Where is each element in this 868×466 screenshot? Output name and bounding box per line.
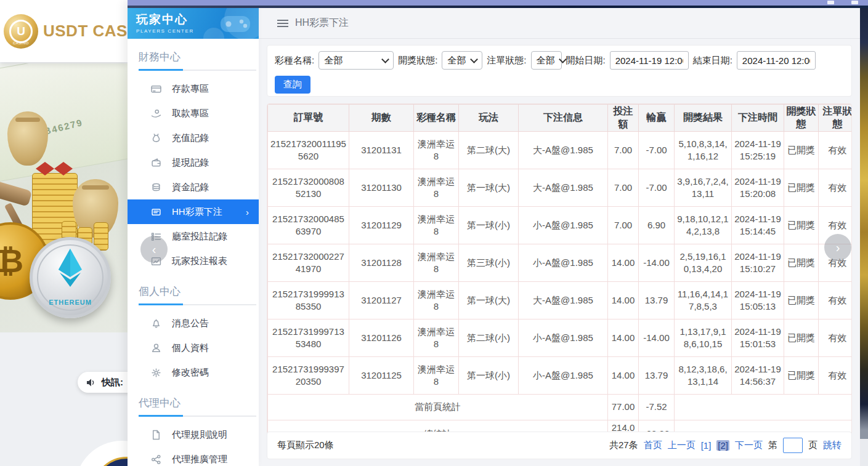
sidebar: 玩家中心 PLAYERS CENTER 財務中心 存款專區 取款專區 充值記錄 …: [128, 0, 259, 466]
total-count-text: 共27条: [609, 440, 638, 451]
sidebar-item-deposit-zone[interactable]: 存款專區: [128, 76, 259, 101]
app-root: U CASINO USDT CASINO KB46279 ₿: [0, 0, 868, 466]
coin-word: CASINO: [4, 41, 38, 45]
cell-issue: 31201130: [349, 169, 414, 207]
panel-expand-button[interactable]: ›: [824, 234, 851, 261]
sidebar-item-announcements[interactable]: 消息公告: [128, 311, 259, 335]
cell-bet-time: 2024-11-19 15:01:53: [732, 319, 784, 357]
col-header: 注單狀態: [819, 105, 853, 132]
cell-order-status: 有效: [819, 169, 853, 207]
section-title-agent: 代理中心: [139, 396, 259, 410]
col-header: 玩法: [459, 105, 519, 132]
chevron-right-icon: ›: [836, 241, 840, 255]
chevron-down-icon: [559, 55, 567, 63]
page-1-link[interactable]: [1]: [701, 440, 712, 451]
cell-issue: 31201129: [349, 207, 414, 244]
cell-bet-time: 2024-11-19 15:20:08: [732, 169, 784, 207]
col-header: 輸贏: [639, 105, 675, 132]
draw-status-select[interactable]: 全部: [442, 51, 482, 70]
page-summary-winloss: -7.52: [639, 395, 675, 420]
page-2-current[interactable]: [2]: [716, 440, 729, 451]
speaker-icon: [86, 378, 97, 387]
cell-play-type: 第一球(大): [459, 282, 519, 319]
gear-icon: [151, 368, 161, 378]
goto-button[interactable]: 跳转: [823, 440, 842, 451]
sidebar-item-label: HH彩票下注: [172, 206, 222, 218]
cell-issue: 31201127: [349, 282, 414, 319]
sidebar-item-change-password[interactable]: 修改密碼: [128, 360, 259, 385]
cell-bet-time: 2024-11-19 15:10:27: [732, 244, 784, 282]
cell-play-type: 第二球(大): [459, 132, 519, 169]
sidebar-item-withdraw-zone[interactable]: 取款專區: [128, 101, 259, 126]
cell-lottery-name: 澳洲幸运8: [414, 132, 459, 169]
cell-winloss: 6.90: [639, 207, 675, 244]
cell-draw-status: 已開獎: [784, 319, 819, 357]
page-summary-empty: [675, 395, 853, 420]
section-underline: [139, 70, 256, 71]
cell-bet-time: 2024-11-19 15:14:45: [732, 207, 784, 244]
cell-draw-status: 已開獎: [784, 244, 819, 282]
sidebar-item-label: 消息公告: [172, 318, 209, 329]
filter-panel: 彩種名稱: 全部 開獎狀態: 全部 注單狀態: 全部 開始日期: 結束日期: 查…: [267, 45, 852, 97]
sidebar-item-agent-rules[interactable]: 代理規則說明: [128, 422, 259, 447]
goto-suffix: 页: [808, 440, 817, 451]
prev-page-link[interactable]: 上一页: [668, 440, 696, 451]
window-top-border: [128, 6, 868, 8]
cell-draw-result: 3,9,16,7,2,4,13,11: [675, 169, 732, 207]
draw-status-label: 開獎狀態:: [398, 55, 437, 66]
cell-bet-info: 小-A盤@1.985: [519, 319, 608, 357]
sidebar-item-label: 修改密碼: [172, 367, 209, 379]
sidebar-item-hh-lottery-bets[interactable]: HH彩票下注 ›: [128, 199, 259, 224]
goto-page-input[interactable]: [783, 438, 803, 453]
cell-order-no: 2152173200111955620: [268, 132, 349, 169]
order-status-select[interactable]: 全部: [531, 51, 562, 70]
lottery-name-label: 彩種名稱:: [275, 55, 314, 66]
sidebar-item-profile[interactable]: 個人資料: [128, 335, 259, 360]
cell-draw-status: 已開獎: [784, 169, 819, 207]
cell-bet-info: 大-A盤@1.985: [519, 169, 608, 207]
start-date-input[interactable]: [610, 51, 689, 70]
sidebar-collapse-button[interactable]: ‹: [140, 236, 168, 263]
sidebar-header: 玩家中心 PLAYERS CENTER: [128, 8, 259, 39]
end-date-input[interactable]: [737, 51, 816, 70]
cell-draw-result: 1,13,17,9,18,6,10,15: [675, 319, 732, 357]
next-page-link[interactable]: 下一页: [735, 440, 763, 451]
table-row: 2152173200111955620 31201131 澳洲幸运8 第二球(大…: [268, 132, 853, 169]
cell-order-status: 有效: [819, 319, 853, 357]
cell-issue: 31201128: [349, 244, 414, 282]
lottery-ticket-icon: [151, 207, 161, 217]
titlebar-apps-icon[interactable]: [827, 1, 834, 4]
titlebar-strip: [128, 0, 868, 6]
first-page-link[interactable]: 首页: [644, 440, 662, 451]
sidebar-item-recharge-records[interactable]: 充值記錄: [128, 126, 259, 150]
ethereum-coin-graphic: ETHEREUM: [30, 237, 111, 318]
col-header: 開獎結果: [675, 105, 732, 132]
cell-order-no: 2152173199939720350: [268, 357, 349, 395]
bets-table-card: 訂單號 期數 彩種名稱 玩法 下注信息 投注額 輸贏 開獎結果 下注時間 開獎狀…: [267, 103, 852, 449]
cell-issue: 31201131: [349, 132, 414, 169]
titlebar-profile-icon[interactable]: [851, 1, 858, 4]
sidebar-item-agent-promotion[interactable]: 代理推廣管理: [128, 447, 259, 466]
goto-prefix: 第: [768, 440, 777, 451]
cell-winloss: 13.79: [639, 282, 675, 319]
sidebar-item-funds-records[interactable]: 資金記錄: [128, 175, 259, 199]
ethereum-label: ETHEREUM: [33, 299, 108, 306]
table-row: 2152173200048563970 31201129 澳洲幸运8 第一球(小…: [268, 207, 853, 244]
search-button[interactable]: 查詢: [275, 76, 310, 94]
ethereum-diamond-icon: [56, 247, 84, 288]
lottery-name-select[interactable]: 全部: [318, 51, 394, 70]
cell-issue: 31201126: [349, 319, 414, 357]
cell-draw-result: 9,18,10,12,14,2,13,8: [675, 207, 732, 244]
sidebar-item-withdrawal-records[interactable]: 提現記錄: [128, 150, 259, 175]
order-status-label: 注單狀態:: [487, 55, 526, 66]
cell-bet-time: 2024-11-19 15:05:13: [732, 282, 784, 319]
deposit-card-icon: [151, 84, 161, 94]
coins-icon: [151, 182, 161, 193]
sidebar-item-label: 資金記錄: [172, 182, 209, 193]
person-icon: [151, 343, 161, 353]
hamburger-menu-icon[interactable]: [277, 23, 288, 24]
cell-bet-amount: 14.00: [608, 319, 639, 357]
cell-winloss: -14.00: [639, 244, 675, 282]
cell-draw-status: 已開獎: [784, 282, 819, 319]
table-row: 2152173200080852130 31201130 澳洲幸运8 第一球(大…: [268, 169, 853, 207]
